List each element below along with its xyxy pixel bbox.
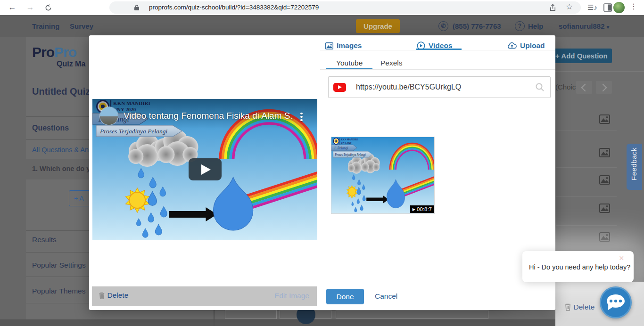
logo-tagline: Quiz Ma (57, 60, 85, 68)
sidebar-item-popular-themes[interactable]: Popular Themes (32, 287, 85, 295)
youtube-logo-icon (329, 77, 351, 98)
sidebar-item-popular-settings[interactable]: Popular Settings (32, 261, 86, 269)
prev-question-button[interactable] (576, 81, 592, 94)
video-result-thumbnail[interactable]: ▶00:8:7 (331, 137, 434, 213)
nav-survey[interactable]: Survey (70, 22, 93, 30)
browser-menu-icon[interactable]: ⋮ (630, 2, 637, 11)
nav-help[interactable]: Help (528, 22, 544, 30)
image-placeholder-icon[interactable] (599, 175, 610, 185)
channel-avatar[interactable] (100, 107, 118, 125)
sidebar-all-questions-link[interactable]: All Questions & Ans (32, 146, 92, 154)
divider (214, 310, 215, 326)
divider (26, 230, 89, 231)
divider (26, 303, 89, 303)
question-1-label[interactable]: 1. Which one do yo (32, 165, 94, 172)
image-icon (325, 42, 333, 49)
page-bottom-band (0, 319, 555, 326)
proprofs-logo: ProPro (32, 44, 76, 60)
help-icon[interactable]: ? (515, 21, 525, 31)
dimmed-field (336, 310, 488, 319)
chat-close-icon[interactable]: × (619, 253, 624, 263)
nav-training[interactable]: Training (32, 22, 59, 30)
chat-bubble-icon (607, 294, 625, 308)
preview-panel: Video tentang Fenomena Fisika di Alam S…… (89, 35, 320, 310)
dimmed-field (225, 310, 277, 319)
sidebar-questions-header: Questions (32, 124, 69, 132)
tab-images[interactable]: Images (325, 41, 362, 50)
edit-image-button[interactable]: Edit Image (274, 292, 309, 300)
tab-upload[interactable]: Upload (507, 41, 545, 50)
page-gutter (0, 37, 26, 326)
divider (26, 277, 89, 277)
subtab-pexels[interactable]: Pexels (380, 59, 403, 67)
trash-icon (99, 292, 105, 299)
browser-back-icon[interactable]: ← (7, 2, 18, 13)
phone-number: (855) 776-7763 (453, 22, 501, 30)
delete-question-button[interactable]: Delete (564, 303, 594, 311)
subtab-youtube[interactable]: Youtube (336, 59, 363, 67)
screen: ← → proprofs.com/quiz-school/build/?id=3… (0, 0, 644, 326)
quiz-title[interactable]: Untitled Quiz (32, 86, 90, 97)
cancel-button[interactable]: Cancel (375, 292, 397, 301)
video-player[interactable]: Video tentang Fenomena Fisika di Alam S… (92, 99, 317, 240)
video-url-input[interactable] (351, 83, 535, 91)
lock-icon (134, 5, 140, 11)
player-more-icon[interactable] (300, 111, 303, 122)
divider (320, 50, 555, 50)
done-button[interactable]: Done (326, 289, 364, 304)
play-glyph-icon: ▶ (413, 207, 415, 212)
share-icon[interactable] (549, 4, 557, 12)
video-title[interactable]: Video tentang Fenomena Fisika di Alam S… (124, 111, 294, 121)
feedback-tab[interactable]: Feedback (627, 144, 642, 190)
site-topbar (0, 15, 644, 37)
add-question-button[interactable]: + Add Question (555, 49, 612, 63)
search-icon[interactable] (535, 82, 545, 92)
phone-icon: ✆ (438, 21, 448, 31)
image-placeholder-icon[interactable] (599, 148, 610, 157)
browser-profile-avatar[interactable] (613, 2, 625, 13)
divider (26, 139, 89, 140)
bookmark-star-icon[interactable]: ☆ (566, 2, 573, 12)
divider (556, 225, 617, 226)
divider (556, 196, 617, 197)
media-playlist-icon[interactable]: ☰♪ (587, 2, 598, 13)
video-url-searchbar (328, 76, 551, 98)
image-placeholder-icon[interactable] (599, 204, 610, 213)
browser-forward-icon[interactable]: → (25, 2, 36, 13)
divider (555, 71, 644, 72)
address-bar[interactable]: proprofs.com/quiz-school/build/?id=34833… (109, 1, 581, 14)
image-placeholder-icon[interactable] (599, 232, 610, 242)
image-placeholder-icon[interactable] (599, 114, 610, 124)
chevron-down-icon: ▾ (607, 24, 610, 30)
upload-cloud-icon (507, 42, 517, 49)
delete-media-button[interactable]: Delete (99, 291, 128, 300)
media-picker-modal: Video tentang Fenomena Fisika di Alam S…… (89, 35, 555, 310)
play-button[interactable] (189, 158, 222, 180)
sidebar-item-results[interactable]: Results (32, 236, 57, 244)
chat-launcher-button[interactable] (600, 286, 632, 318)
divider (556, 167, 617, 168)
side-panel-icon[interactable] (603, 3, 612, 12)
username: sofianurul882 (559, 22, 605, 30)
chat-greeting-card: Hi - Do you need any help today? × (522, 251, 634, 282)
preview-footer-bar: Delete Edit Image (92, 286, 317, 306)
duration-badge: ▶00:8:7 (410, 205, 434, 213)
next-question-button[interactable] (596, 81, 612, 94)
divider (26, 116, 89, 117)
upgrade-button[interactable]: Upgrade (356, 19, 400, 33)
url-text: proprofs.com/quiz-school/build/?id=34833… (149, 4, 319, 11)
thumbnail-image (331, 137, 434, 213)
trash-icon (564, 303, 571, 311)
user-menu[interactable]: sofianurul882 ▾ (559, 22, 609, 30)
divider (556, 130, 617, 130)
browser-reload-icon[interactable] (42, 2, 54, 13)
divider (320, 69, 555, 70)
picker-panel: Images Videos Upload Youtube Pexels (320, 35, 555, 310)
browser-chrome: ← → proprofs.com/quiz-school/build/?id=3… (0, 0, 644, 16)
chat-message: Hi - Do you need any help today? (529, 263, 630, 271)
divider (26, 252, 89, 253)
